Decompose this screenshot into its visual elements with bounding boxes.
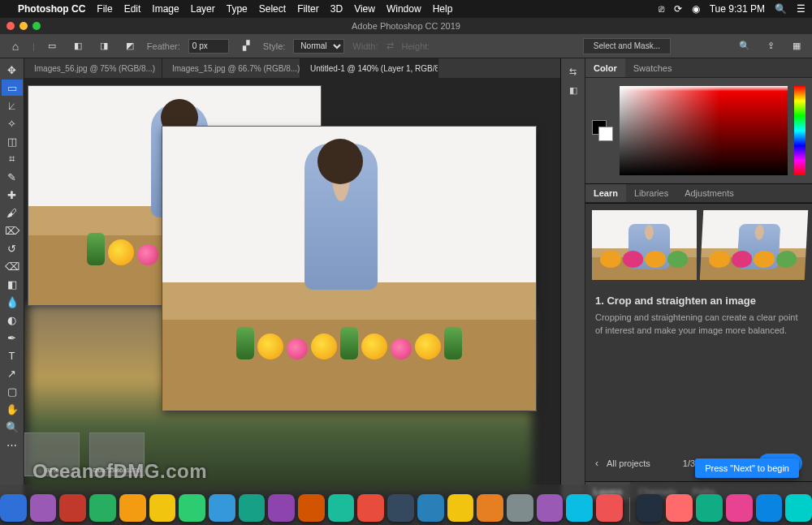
- dock-app-icon[interactable]: [696, 494, 723, 522]
- eyedropper-tool-icon[interactable]: ✎: [2, 169, 23, 185]
- marquee-tool-icon[interactable]: ▭: [2, 80, 23, 96]
- dock-app-icon[interactable]: [89, 494, 116, 522]
- antialias-icon[interactable]: ▞: [237, 37, 255, 55]
- close-icon[interactable]: [6, 22, 15, 30]
- status-icon[interactable]: ⟳: [674, 3, 682, 15]
- dodge-tool-icon[interactable]: ◐: [2, 312, 23, 328]
- tab-learn[interactable]: Learn: [585, 184, 626, 202]
- dock-app-icon[interactable]: [357, 494, 384, 522]
- clock[interactable]: Tue 9:31 PM: [710, 3, 765, 15]
- path-tool-icon[interactable]: ↗: [2, 365, 23, 381]
- dock-app-icon[interactable]: [239, 494, 266, 522]
- tab-adjustments[interactable]: Adjustments: [676, 184, 742, 202]
- chevron-left-icon[interactable]: ‹: [595, 458, 598, 469]
- dock-app-icon[interactable]: [387, 494, 414, 522]
- tab-color[interactable]: Color: [585, 58, 625, 77]
- menu-window[interactable]: Window: [387, 3, 421, 15]
- dock-app-icon[interactable]: [328, 494, 355, 522]
- menu-filter[interactable]: Filter: [297, 3, 319, 15]
- heal-tool-icon[interactable]: ✚: [2, 187, 23, 203]
- traffic-lights[interactable]: [6, 22, 41, 30]
- dock-app-icon[interactable]: [507, 494, 533, 522]
- menu-layer[interactable]: Layer: [191, 3, 215, 15]
- dock-app-icon[interactable]: [756, 494, 783, 522]
- menu-edit[interactable]: Edit: [124, 3, 141, 15]
- workspace-icon[interactable]: ▦: [788, 37, 806, 55]
- home-icon[interactable]: ⌂: [6, 37, 24, 55]
- style-select[interactable]: Normal: [293, 39, 344, 54]
- screen-share-icon[interactable]: ⎚: [659, 3, 664, 15]
- doc-tab-0[interactable]: Images_56.jpg @ 75% (RGB/8...)×: [24, 58, 162, 78]
- color-picker[interactable]: [620, 86, 788, 175]
- share-icon[interactable]: ⇪: [762, 37, 780, 55]
- history-brush-tool-icon[interactable]: ↺: [2, 240, 23, 256]
- fg-bg-swatch[interactable]: [592, 120, 613, 141]
- selection-add-icon[interactable]: ◨: [95, 37, 113, 55]
- menu-type[interactable]: Type: [227, 3, 248, 15]
- search-panel-icon[interactable]: 🔍: [736, 37, 754, 55]
- wand-tool-icon[interactable]: ✧: [2, 115, 23, 131]
- zoom-tool-icon[interactable]: 🔍: [2, 419, 23, 435]
- dock-app-icon[interactable]: [30, 494, 57, 522]
- doc-tab-1[interactable]: Images_15.jpg @ 66.7% (RGB/8...)×: [162, 58, 300, 78]
- dock-app-icon[interactable]: [298, 494, 325, 522]
- dock-app-icon[interactable]: [119, 494, 146, 522]
- dock-app-icon[interactable]: [59, 494, 86, 522]
- dock-app-icon[interactable]: [596, 494, 623, 522]
- feather-input[interactable]: [188, 39, 229, 54]
- dock-app-icon[interactable]: [268, 494, 295, 522]
- dock-app-icon[interactable]: [666, 494, 693, 522]
- zoom-icon[interactable]: [32, 22, 41, 30]
- hand-tool-icon[interactable]: ✋: [2, 401, 23, 417]
- dock-app-icon[interactable]: [537, 494, 564, 522]
- dock-app-icon[interactable]: [566, 494, 593, 522]
- all-projects-link[interactable]: All projects: [607, 458, 650, 468]
- move-tool-icon[interactable]: ✥: [2, 62, 23, 78]
- dock-app-icon[interactable]: [785, 494, 812, 522]
- crop-tool-icon[interactable]: ◫: [2, 133, 23, 149]
- mac-menu-bar: Photoshop CC File Edit Image Layer Type …: [0, 0, 812, 18]
- eraser-tool-icon[interactable]: ⌫: [2, 258, 23, 274]
- dock-app-icon[interactable]: [179, 494, 205, 522]
- marquee-tool-icon[interactable]: ▭: [43, 37, 61, 55]
- menu-3d[interactable]: 3D: [330, 3, 343, 15]
- shape-tool-icon[interactable]: ▢: [2, 383, 23, 399]
- stamp-tool-icon[interactable]: ⌦: [2, 222, 23, 239]
- dock-app-icon[interactable]: [637, 494, 663, 522]
- blur-tool-icon[interactable]: 💧: [2, 294, 23, 310]
- dock-app-icon[interactable]: [447, 494, 474, 522]
- menu-select[interactable]: Select: [259, 3, 286, 15]
- tab-swatches[interactable]: Swatches: [625, 58, 680, 77]
- dock-app-icon[interactable]: [0, 494, 27, 522]
- app-name[interactable]: Photoshop CC: [18, 3, 85, 15]
- panel-collapse-icon[interactable]: ⇆: [569, 67, 577, 77]
- image-layer-front[interactable]: [162, 127, 536, 411]
- dock-app-icon[interactable]: [726, 494, 753, 522]
- selection-new-icon[interactable]: ◧: [69, 37, 87, 55]
- lasso-tool-icon[interactable]: ⟀: [2, 97, 23, 114]
- eye-icon[interactable]: ◉: [692, 3, 700, 15]
- menu-icon[interactable]: ☰: [797, 3, 806, 15]
- frame-tool-icon[interactable]: ⌗: [2, 151, 23, 167]
- select-and-mask-button[interactable]: Select and Mask...: [583, 38, 671, 54]
- dock-app-icon[interactable]: [477, 494, 503, 522]
- doc-tab-2[interactable]: Untitled-1 @ 140% (Layer 1, RGB/8*) *×: [300, 58, 438, 78]
- minimize-icon[interactable]: [19, 22, 28, 30]
- search-icon[interactable]: 🔍: [775, 3, 787, 15]
- dock-app-icon[interactable]: [149, 494, 176, 522]
- panel-icon[interactable]: ◧: [569, 85, 577, 96]
- gradient-tool-icon[interactable]: ◧: [2, 276, 23, 292]
- hue-slider[interactable]: [794, 86, 806, 175]
- dock-app-icon[interactable]: [209, 494, 235, 522]
- more-tools-icon[interactable]: ⋯: [2, 437, 23, 453]
- menu-file[interactable]: File: [97, 3, 112, 15]
- menu-help[interactable]: Help: [433, 3, 453, 15]
- dock-app-icon[interactable]: [417, 494, 444, 522]
- menu-view[interactable]: View: [354, 3, 375, 15]
- brush-tool-icon[interactable]: 🖌: [2, 204, 23, 221]
- tab-libraries[interactable]: Libraries: [626, 184, 676, 202]
- pen-tool-icon[interactable]: ✒: [2, 329, 23, 346]
- menu-image[interactable]: Image: [152, 3, 179, 15]
- type-tool-icon[interactable]: T: [2, 347, 23, 364]
- selection-subtract-icon[interactable]: ◩: [121, 37, 139, 55]
